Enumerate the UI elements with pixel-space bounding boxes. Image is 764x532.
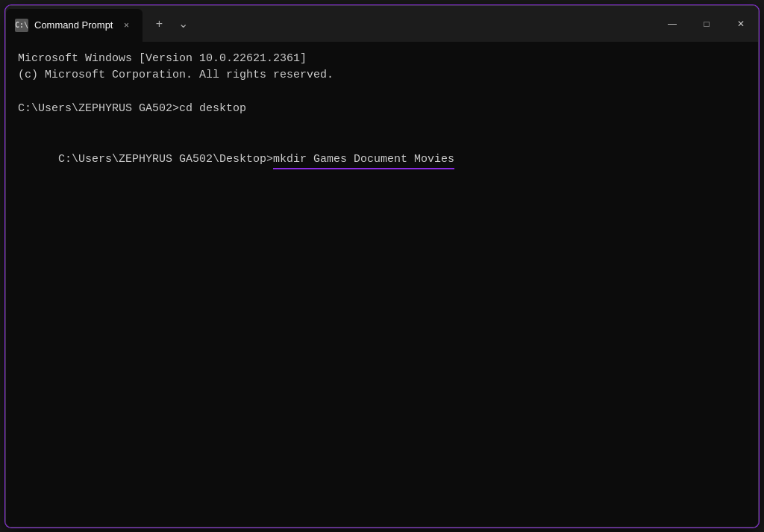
close-tab-button[interactable]: × bbox=[119, 18, 134, 33]
terminal-line-2: (c) Microsoft Corporation. All rights re… bbox=[18, 67, 746, 84]
terminal-line-4: C:\Users\ZEPHYRUS GA502\Desktop>mkdir Ga… bbox=[18, 134, 746, 185]
terminal-blank-2 bbox=[18, 118, 746, 135]
active-tab[interactable]: C:\ Command Prompt × bbox=[6, 9, 143, 42]
command-text: mkdir Games Document Movies bbox=[273, 153, 454, 166]
terminal-body[interactable]: Microsoft Windows [Version 10.0.22621.23… bbox=[6, 42, 758, 527]
terminal-blank-1 bbox=[18, 84, 746, 101]
terminal-tab-icon: C:\ bbox=[15, 19, 28, 32]
tab-area: C:\ Command Prompt × + ⌄ bbox=[6, 6, 655, 42]
titlebar: C:\ Command Prompt × + ⌄ — □ ✕ bbox=[6, 6, 758, 42]
minimize-button[interactable]: — bbox=[655, 6, 689, 42]
maximize-button[interactable]: □ bbox=[689, 6, 724, 42]
terminal-command: mkdir Games Document Movies bbox=[273, 151, 454, 169]
tab-dropdown-button[interactable]: ⌄ bbox=[172, 13, 193, 34]
terminal-window: C:\ Command Prompt × + ⌄ — □ ✕ Microsoft… bbox=[5, 5, 759, 528]
terminal-prompt: C:\Users\ZEPHYRUS GA502\Desktop> bbox=[58, 153, 273, 166]
tab-actions: + ⌄ bbox=[143, 6, 199, 42]
close-window-button[interactable]: ✕ bbox=[724, 6, 758, 42]
window-controls: — □ ✕ bbox=[655, 6, 758, 42]
tab-title: Command Prompt bbox=[34, 19, 113, 31]
terminal-line-1: Microsoft Windows [Version 10.0.22621.23… bbox=[18, 51, 746, 68]
command-underline bbox=[273, 168, 454, 169]
terminal-line-3: C:\Users\ZEPHYRUS GA502>cd desktop bbox=[18, 101, 746, 118]
new-tab-button[interactable]: + bbox=[148, 13, 169, 34]
